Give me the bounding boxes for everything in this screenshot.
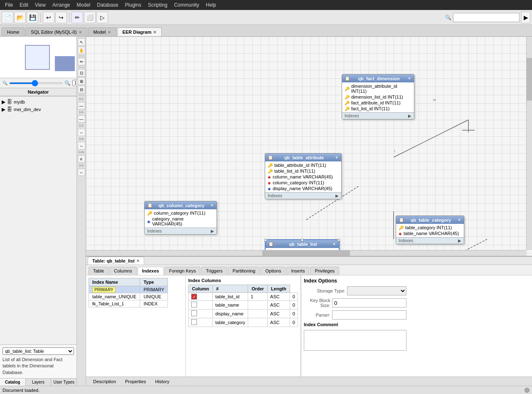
tab-sql-editor-close[interactable]: ✕ xyxy=(79,30,82,35)
left-tab-layers[interactable]: Layers xyxy=(26,379,52,386)
hand-tool[interactable]: ✋ xyxy=(78,47,85,54)
eer-table-qb-fact-dimension[interactable]: 📋 qb_fact_dimension ▼ 🔑 dimension_attrib… xyxy=(342,74,414,119)
storage-type-select[interactable] xyxy=(347,286,406,295)
left-tab-usertypes[interactable]: User Types xyxy=(51,379,76,386)
menu-community[interactable]: Community xyxy=(171,1,203,9)
menu-edit[interactable]: Edit xyxy=(16,1,32,9)
inner-tab-privileges[interactable]: Privileges xyxy=(310,267,339,275)
tab-model[interactable]: Model ✕ xyxy=(88,27,116,36)
field-ta-id[interactable]: 🔑 table_attribute_id INT(11) xyxy=(265,162,341,168)
checkbox-checked-1[interactable]: ✓ xyxy=(191,294,197,300)
bottom-tab-table-list[interactable]: Table: qb_table_list ✕ xyxy=(88,257,144,265)
rel-11-nonid-tool[interactable]: – xyxy=(78,129,85,136)
field-fact-list-id[interactable]: 🔑 fact_list_id INT(11) xyxy=(342,106,414,112)
search-go-button[interactable]: ▶ xyxy=(521,12,530,23)
eer-table-qb-column-category[interactable]: 📋 qb_column_category ▼ 🔑 column_category… xyxy=(144,201,217,235)
index-row-fk[interactable]: fk_Table_List_1 INDEX xyxy=(89,300,168,307)
indexes-section[interactable]: Indexes ▶ xyxy=(342,112,414,119)
footer-tab-properties[interactable]: Properties xyxy=(121,378,150,385)
search-input[interactable] xyxy=(453,13,520,22)
tab-home[interactable]: Home xyxy=(2,27,25,36)
tab-eer-diagram[interactable]: EER Diagram ✕ xyxy=(117,27,162,36)
menu-arrange[interactable]: Arrange xyxy=(49,1,74,9)
rel-1n-tool[interactable]: — xyxy=(78,115,85,123)
tab-model-close[interactable]: ✕ xyxy=(108,30,111,35)
menu-scripting[interactable]: Scripting xyxy=(145,1,171,9)
indexes-section-ta[interactable]: Indexes ▶ xyxy=(265,192,341,199)
checkbox-3[interactable] xyxy=(191,310,197,316)
view-button[interactable]: ⬜ xyxy=(84,12,96,23)
indexes-section-cc[interactable]: Indexes ▶ xyxy=(145,228,217,234)
table-tool[interactable]: ⊡ xyxy=(78,69,85,77)
key-block-size-input[interactable] xyxy=(332,298,406,307)
eer-canvas[interactable]: ↕ ∞ 📋 qb_fact_dimension ▼ 🔑 dimension_at… xyxy=(86,37,532,256)
indexes-expand-cc[interactable]: ▶ xyxy=(211,229,214,233)
eer-table-header-fact-dimension[interactable]: 📋 qb_fact_dimension ▼ xyxy=(342,74,414,82)
indexes-expand[interactable]: ▶ xyxy=(408,114,411,118)
field-cc-id[interactable]: 🔑 column_category INT(11) xyxy=(145,210,217,216)
canvas-hscroll[interactable] xyxy=(86,250,526,256)
index-row-unique[interactable]: table_name_UNIQUE UNIQUE xyxy=(89,293,168,300)
canvas-vscroll[interactable] xyxy=(526,37,532,250)
eer-table-qb-table-category[interactable]: 📋 qb_table_category ▼ 🔑 table_category I… xyxy=(396,216,464,244)
table-expand-btn[interactable]: ▼ xyxy=(407,76,411,81)
parser-input[interactable] xyxy=(332,310,406,320)
field-fact-attr-id[interactable]: 🔑 fact_attribute_id INT(11) xyxy=(342,100,414,106)
inner-tab-inserts[interactable]: Inserts xyxy=(286,267,309,275)
inner-tab-foreign-keys[interactable]: Foreign Keys xyxy=(165,267,201,275)
icol-row-1[interactable]: ✓ table_list_id 1 ASC 0 xyxy=(189,293,298,301)
field-ta-col-cat[interactable]: ◆ column_category INT(11) xyxy=(265,180,341,186)
eraser-tool[interactable]: ✏ xyxy=(78,58,85,65)
rel-1n-nonid-tool[interactable]: – xyxy=(78,142,85,149)
handle-tr[interactable] xyxy=(337,239,340,241)
handle-tm[interactable] xyxy=(301,239,303,241)
menu-database[interactable]: Database xyxy=(94,1,121,9)
rel-nm-tool[interactable]: ≡ xyxy=(78,155,85,163)
table-expand-btn-cc[interactable]: ▼ xyxy=(210,203,214,208)
left-tab-catalog[interactable]: Catalog xyxy=(0,379,26,386)
new-button[interactable]: 📄 xyxy=(2,12,13,23)
menu-help[interactable]: Help xyxy=(202,1,219,9)
field-tc-cat[interactable]: 🔑 table_category INT(11) xyxy=(396,225,464,230)
tree-item-mydb[interactable]: ▶ 🗄 mydb xyxy=(2,98,75,106)
field-ta-col-name[interactable]: ◆ column_name VARCHAR(45) xyxy=(265,174,341,180)
field-dimension-attr-id[interactable]: 🔑 dimension_attribute_id INT(11) xyxy=(342,83,414,94)
field-tc-name[interactable]: ◆ table_name VARCHAR(45) xyxy=(396,230,464,236)
select-tool[interactable]: ↖ xyxy=(78,38,85,46)
field-cc-name[interactable]: ◆ category_name VARCHAR(45) xyxy=(145,216,217,227)
eer-table-header-col-cat[interactable]: 📋 qb_column_category ▼ xyxy=(145,201,217,209)
inner-tab-table[interactable]: Table xyxy=(89,267,108,275)
inner-tab-options[interactable]: Options xyxy=(261,267,286,275)
icol-row-3[interactable]: display_name ASC 0 xyxy=(189,310,298,318)
field-ta-list-id[interactable]: 🔑 table_list_id INT(11) xyxy=(265,168,341,174)
indexes-expand-ta[interactable]: ▶ xyxy=(335,193,339,198)
eer-table-header-table-cat[interactable]: 📋 qb_table_category ▼ xyxy=(396,216,464,224)
handle-tl[interactable] xyxy=(264,239,267,241)
tree-item-meidimdev[interactable]: ▶ 🗄 mei_dim_dev xyxy=(2,106,75,113)
eer-table-qb-table-attribute[interactable]: 📋 qb_table_attribute ▼ 🔑 table_attribute… xyxy=(265,153,342,199)
inner-tab-triggers[interactable]: Triggers xyxy=(201,267,227,275)
indexes-expand-tc[interactable]: ▶ xyxy=(458,238,461,243)
indexes-section-tc[interactable]: Indexes ▶ xyxy=(396,237,464,244)
tab-eer-close[interactable]: ✕ xyxy=(153,30,156,35)
icol-row-4[interactable]: table_category ASC 0 xyxy=(189,318,298,327)
minimap[interactable] xyxy=(0,37,76,78)
undo-button[interactable]: ↩ xyxy=(43,12,54,23)
tab-sql-editor[interactable]: SQL Editor (MySQL-0) ✕ xyxy=(25,27,87,36)
field-ta-display[interactable]: ◆ display_name VARCHAR(45) xyxy=(265,186,341,191)
menu-view[interactable]: View xyxy=(32,1,49,9)
save-button[interactable]: 💾 xyxy=(27,12,38,23)
footer-tab-description[interactable]: Description xyxy=(89,378,121,385)
eer-table-header-table-attribute[interactable]: 📋 qb_table_attribute ▼ xyxy=(265,154,341,161)
table-expand-btn-tc[interactable]: ▼ xyxy=(457,218,461,222)
footer-tab-history[interactable]: History xyxy=(150,378,174,385)
inner-tab-indexes[interactable]: Indexes xyxy=(138,267,164,275)
field-dimension-list-id[interactable]: 🔑 dimension_list_id INT(11) xyxy=(342,94,414,100)
menu-plugins[interactable]: Plugins xyxy=(122,1,145,9)
table-expand-btn-ta[interactable]: ▼ xyxy=(335,155,339,160)
index-comment-textarea[interactable] xyxy=(304,330,406,351)
inner-tab-partitioning[interactable]: Partitioning xyxy=(228,267,260,275)
zoom-slider[interactable] xyxy=(9,82,63,84)
index-row-primary[interactable]: PRIMARY PRIMARY xyxy=(89,286,168,293)
zoom-out-icon[interactable]: 🔍 xyxy=(2,81,7,85)
